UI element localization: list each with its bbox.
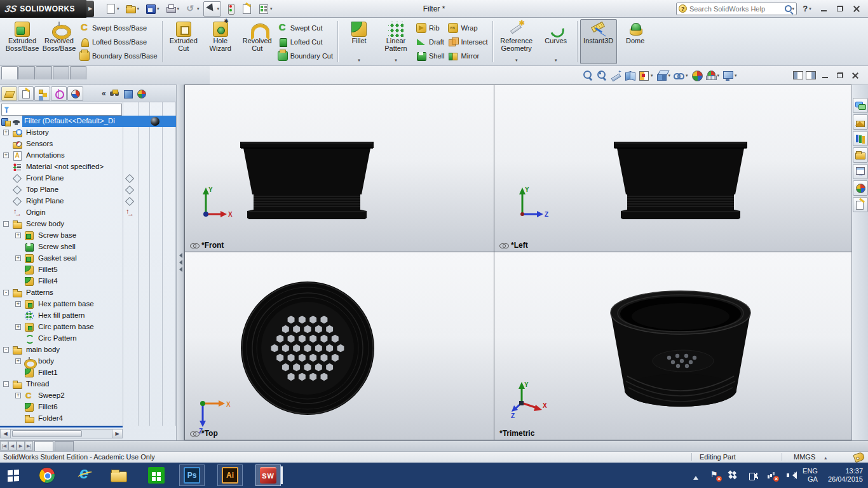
- command-tab[interactable]: [18, 66, 35, 79]
- appearances-scenes-tab[interactable]: [853, 180, 868, 196]
- chrome-taskbar-button[interactable]: [33, 463, 61, 488]
- tree-item[interactable]: Fillet5: [0, 264, 176, 276]
- tree-item[interactable]: Sensors: [0, 139, 176, 150]
- viewport-top[interactable]: X Z *Top: [185, 252, 494, 440]
- ribbon-button[interactable]: Reference Geometry▾: [496, 19, 538, 64]
- custom-properties-tab[interactable]: [853, 197, 868, 212]
- 3d-drawing-view-button[interactable]: [623, 69, 637, 82]
- network-icon[interactable]: [767, 470, 777, 480]
- zoom-to-area-button[interactable]: [595, 69, 609, 82]
- doc-restore-button[interactable]: [834, 70, 846, 81]
- photoshop-taskbar-button[interactable]: Ps: [179, 464, 205, 486]
- ribbon-button[interactable]: Extruded Cut▾: [165, 19, 202, 64]
- command-tab[interactable]: [53, 66, 69, 79]
- open-button[interactable]: ▾: [123, 1, 142, 17]
- tree-item[interactable]: Top Plane: [0, 184, 176, 196]
- viewport-trimetric[interactable]: Y X Z *Trimetric: [494, 252, 851, 440]
- ribbon-button[interactable]: Hole Wizard▾: [202, 19, 239, 64]
- viewport-left[interactable]: Y Z *Left: [494, 85, 851, 252]
- section-view-button[interactable]: ▾: [637, 69, 654, 82]
- tree-item[interactable]: Filter (Default<<Default>_Di: [0, 116, 176, 127]
- tree-item[interactable]: - Patterns: [0, 287, 176, 299]
- tree-item[interactable]: + Circ pattern base: [0, 322, 176, 333]
- ribbon-button[interactable]: Shell: [414, 49, 446, 63]
- view-orientation-button[interactable]: ▾: [655, 69, 672, 82]
- ribbon-button[interactable]: Intersect: [446, 35, 489, 49]
- file-explorer-tab[interactable]: [853, 147, 868, 163]
- ribbon-button[interactable]: Revolved Boss/Base▾: [41, 19, 78, 64]
- magnified-selection-button[interactable]: [609, 69, 623, 82]
- start-button[interactable]: [0, 463, 28, 488]
- command-tab[interactable]: [36, 66, 52, 79]
- displaymanager-tab[interactable]: [67, 86, 83, 101]
- expand-toggle[interactable]: +: [15, 255, 21, 261]
- expand-toggle[interactable]: -: [3, 221, 9, 227]
- save-button[interactable]: ▾: [143, 1, 161, 17]
- expand-toggle[interactable]: +: [3, 130, 9, 135]
- pane-right-toggle[interactable]: [806, 71, 816, 79]
- tag-icon[interactable]: [853, 452, 865, 463]
- tree-item[interactable]: Screw shell: [0, 241, 176, 253]
- illustrator-taskbar-button[interactable]: Ai: [217, 464, 243, 486]
- tree-horizontal-scrollbar[interactable]: ◀ ▶: [0, 429, 123, 438]
- doc-minimize-button[interactable]: [818, 70, 831, 81]
- tree-item[interactable]: Fillet6: [0, 402, 176, 413]
- tree-item[interactable]: + Annotations: [0, 150, 176, 161]
- tree-item[interactable]: + Hex pattern base: [0, 299, 176, 310]
- solidworks-taskbar-button[interactable]: SW: [255, 464, 281, 486]
- ribbon-button[interactable]: Fillet▾: [341, 19, 377, 64]
- expand-toggle[interactable]: +: [15, 393, 21, 398]
- ribbon-button[interactable]: Rib: [414, 21, 446, 35]
- action-center-flag-icon[interactable]: [710, 470, 720, 480]
- tab-navigation-arrows[interactable]: |◀◀▶▶|: [0, 441, 33, 451]
- expand-toggle[interactable]: +: [15, 301, 21, 307]
- units-selector[interactable]: MMGS: [782, 453, 839, 461]
- volume-icon[interactable]: [786, 470, 796, 480]
- rollback-bar[interactable]: [0, 426, 123, 428]
- tree-item[interactable]: - main body: [0, 344, 176, 356]
- solidworks-logo[interactable]: 3S SOLIDWORKS: [0, 0, 86, 18]
- ribbon-button[interactable]: Mirror: [446, 49, 489, 63]
- search-binoculars-icon[interactable]: [110, 89, 119, 98]
- search-icon[interactable]: [785, 5, 792, 12]
- panel-splitter[interactable]: [176, 85, 184, 440]
- menu-expand-arrow[interactable]: ▶: [86, 1, 94, 17]
- ribbon-button[interactable]: Instant3D▾: [580, 19, 617, 64]
- ribbon-button[interactable]: Swept Cut: [276, 21, 335, 35]
- tree-filter-box[interactable]: [1, 104, 122, 116]
- expand-toggle[interactable]: +: [15, 358, 21, 364]
- propertymanager-tab[interactable]: [18, 86, 34, 101]
- tree-item[interactable]: Fillet1: [0, 367, 176, 379]
- ribbon-button[interactable]: Draft: [414, 35, 446, 49]
- tree-item[interactable]: + body: [0, 356, 176, 367]
- scrollbar-thumb[interactable]: [12, 430, 82, 437]
- view-palette-tab[interactable]: [853, 164, 868, 179]
- expand-toggle[interactable]: +: [3, 152, 9, 158]
- scroll-left-arrow[interactable]: ◀: [1, 430, 11, 438]
- pane-left-toggle[interactable]: [793, 71, 803, 79]
- ribbon-button[interactable]: Linear Pattern▾: [377, 19, 414, 64]
- tree-item[interactable]: - Screw body: [0, 219, 176, 230]
- command-tab[interactable]: [1, 66, 18, 79]
- rebuild-button[interactable]: [223, 1, 238, 17]
- collapse-panel-chevron[interactable]: «: [102, 89, 106, 98]
- expand-toggle[interactable]: +: [15, 324, 21, 330]
- ribbon-button[interactable]: Lofted Cut: [276, 35, 335, 49]
- tree-item[interactable]: + Gasket seal: [0, 253, 176, 264]
- tree-item[interactable]: Right Plane: [0, 196, 176, 207]
- internet-explorer-taskbar-button[interactable]: [71, 463, 99, 488]
- ribbon-button[interactable]: Swept Boss/Base: [78, 21, 159, 35]
- ribbon-button[interactable]: Revolved Cut▾: [239, 19, 276, 64]
- expand-toggle[interactable]: -: [3, 381, 9, 387]
- zoom-to-fit-button[interactable]: [581, 69, 595, 82]
- bottom-tab[interactable]: [34, 441, 53, 451]
- view-settings-button[interactable]: ▾: [721, 69, 738, 82]
- search-dropdown-caret[interactable]: ▾: [792, 6, 794, 11]
- bottom-tab[interactable]: [55, 441, 74, 451]
- clock[interactable]: 13:3726/04/2015: [828, 467, 863, 484]
- solidworks-forum-tab[interactable]: [853, 98, 868, 113]
- tree-item[interactable]: Fillet4: [0, 276, 176, 287]
- tree-item[interactable]: Origin: [0, 207, 176, 219]
- undo-button[interactable]: ▾: [183, 1, 201, 17]
- language-indicator[interactable]: ENGGA: [803, 467, 818, 484]
